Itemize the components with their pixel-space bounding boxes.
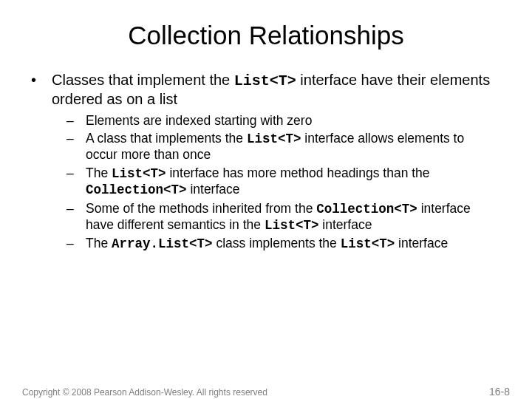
code: Collection<T>	[86, 183, 187, 197]
code: Array.List<T>	[112, 236, 213, 251]
text: Elements are indexed starting with zero	[86, 113, 312, 128]
footer: Copyright © 2008 Pearson Addison-Wesley.…	[22, 386, 510, 398]
text: interface	[395, 236, 448, 250]
main-bullet: Classes that implement the List<T> inter…	[22, 71, 498, 253]
text: A class that implements the	[86, 131, 247, 146]
code: List<T>	[112, 166, 166, 181]
slide: Collection Relationships Classes that im…	[0, 21, 532, 399]
text: The	[86, 236, 112, 250]
text: The	[86, 166, 112, 180]
code: List<T>	[234, 72, 296, 89]
code: Collection<T>	[316, 202, 417, 216]
text: interface	[318, 217, 372, 232]
slide-body: Classes that implement the List<T> inter…	[0, 71, 532, 253]
inner-list: Elements are indexed starting with zero …	[52, 113, 498, 253]
code: List<T>	[341, 236, 395, 251]
code: List<T>	[265, 218, 319, 233]
slide-title: Collection Relationships	[0, 21, 532, 50]
sub-bullet: Elements are indexed starting with zero	[52, 113, 498, 129]
sub-bullet: A class that implements the List<T> inte…	[52, 131, 498, 163]
page-number: 16-8	[489, 386, 510, 398]
text: interface	[187, 182, 240, 197]
text: class implements the	[213, 236, 341, 250]
copyright-text: Copyright © 2008 Pearson Addison-Wesley.…	[22, 387, 267, 398]
sub-bullet: The Array.List<T> class implements the L…	[52, 236, 498, 252]
text: interface has more method headings than …	[166, 166, 430, 180]
code: List<T>	[247, 132, 301, 146]
text: Classes that implement the	[52, 72, 234, 88]
outer-list: Classes that implement the List<T> inter…	[22, 71, 498, 253]
sub-bullet: Some of the methods inherited from the C…	[52, 201, 498, 234]
text: Some of the methods inherited from the	[86, 201, 316, 216]
sub-bullet: The List<T> interface has more method he…	[52, 166, 498, 199]
